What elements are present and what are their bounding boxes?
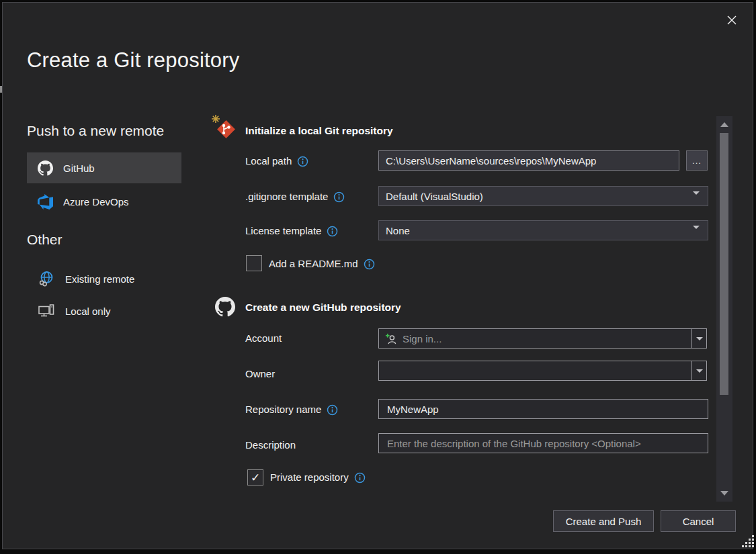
sidebar-item-local-only[interactable]: Local only [27, 297, 181, 325]
info-icon[interactable] [327, 226, 338, 237]
scrollbar[interactable] [716, 116, 732, 502]
info-icon[interactable] [327, 404, 338, 416]
license-value: None [386, 225, 410, 236]
account-placeholder: Sign in... [403, 333, 442, 344]
scrollbar-thumb[interactable] [720, 133, 728, 395]
sidebar-item-label: GitHub [63, 163, 95, 174]
repo-name-label: Repository name [245, 403, 321, 416]
create-and-push-button[interactable]: Create and Push [553, 510, 654, 532]
license-label-row: License template [245, 224, 338, 238]
readme-checkbox[interactable] [246, 255, 262, 271]
screen-edge-artifact [0, 86, 2, 93]
sidebar-item-label: Existing remote [65, 273, 134, 285]
sidebar-heading-other: Other [27, 232, 62, 248]
sidebar-item-label: Local only [65, 306, 111, 317]
globe-link-icon [38, 270, 55, 287]
info-icon[interactable] [364, 259, 375, 270]
add-user-icon [384, 332, 397, 345]
sidebar-item-label: Azure DevOps [63, 196, 129, 207]
git-init-icon [210, 113, 239, 142]
account-combobox[interactable]: Sign in... [378, 328, 707, 349]
info-icon[interactable] [354, 472, 366, 483]
description-label: Description [245, 438, 296, 452]
local-path-label-row: Local path [245, 154, 308, 168]
local-path-label: Local path [245, 154, 292, 168]
description-label-row: Description [245, 438, 296, 452]
close-button[interactable] [719, 8, 745, 32]
github-icon [215, 297, 235, 317]
owner-label-row: Owner [245, 367, 275, 381]
private-repo-label-row: Private repository [270, 471, 366, 484]
repo-name-input[interactable]: MyNewApp [378, 399, 708, 419]
info-icon[interactable] [333, 191, 345, 203]
account-label-row: Account [245, 332, 282, 345]
repo-name-value: MyNewApp [387, 404, 439, 415]
gitignore-dropdown[interactable]: Default (VisualStudio) [378, 186, 708, 206]
chevron-down-icon [693, 229, 700, 240]
readme-label-row: Add a README.md [269, 257, 375, 271]
info-icon[interactable] [297, 156, 308, 167]
description-input[interactable]: Enter the description of the GitHub repo… [378, 433, 708, 453]
sidebar-heading-push-remote: Push to a new remote [27, 123, 164, 139]
owner-dropdown-button[interactable] [691, 361, 706, 380]
owner-combobox[interactable] [378, 361, 707, 381]
account-dropdown-button[interactable] [691, 329, 706, 348]
license-dropdown[interactable]: None [378, 220, 708, 240]
azure-devops-icon [38, 194, 53, 210]
private-repo-label: Private repository [270, 471, 349, 484]
section-header-new-github-repo: Create a new GitHub repository [245, 302, 401, 314]
license-label: License template [245, 224, 321, 238]
github-icon [38, 160, 53, 176]
chevron-down-icon [693, 195, 700, 206]
scroll-down-icon[interactable] [720, 491, 728, 496]
close-icon [725, 13, 739, 27]
sidebar-item-github[interactable]: GitHub [27, 152, 181, 183]
local-path-input[interactable]: C:\Users\UserName\sources\repos\MyNewApp [378, 150, 679, 171]
checkmark-icon: ✓ [251, 471, 260, 485]
repo-name-label-row: Repository name [245, 403, 338, 416]
cancel-button[interactable]: Cancel [661, 510, 736, 532]
computer-icon [38, 302, 55, 320]
readme-label: Add a README.md [269, 257, 358, 271]
create-and-push-label: Create and Push [566, 516, 642, 527]
scroll-up-icon[interactable] [720, 122, 728, 127]
private-repo-checkbox[interactable]: ✓ [247, 469, 263, 486]
sidebar-item-existing-remote[interactable]: Existing remote [27, 265, 181, 293]
gitignore-label-row: .gitignore template [245, 190, 345, 203]
sidebar-item-azure-devops[interactable]: Azure DevOps [27, 187, 181, 216]
gitignore-value: Default (VisualStudio) [386, 191, 483, 202]
account-label: Account [245, 332, 282, 345]
section-header-init-local: Initialize a local Git repository [245, 125, 393, 137]
description-placeholder: Enter the description of the GitHub repo… [387, 438, 641, 449]
gitignore-label: .gitignore template [245, 190, 328, 203]
cancel-label: Cancel [683, 516, 714, 527]
browse-button[interactable]: ... [686, 150, 708, 171]
resize-grip-icon[interactable] [741, 535, 755, 549]
local-path-value: C:\Users\UserName\sources\repos\MyNewApp [386, 155, 596, 167]
page-title: Create a Git repository [27, 48, 239, 73]
owner-label: Owner [245, 367, 275, 381]
browse-label: ... [692, 156, 702, 166]
screen: Create a Git repository Push to a new re… [0, 0, 756, 554]
